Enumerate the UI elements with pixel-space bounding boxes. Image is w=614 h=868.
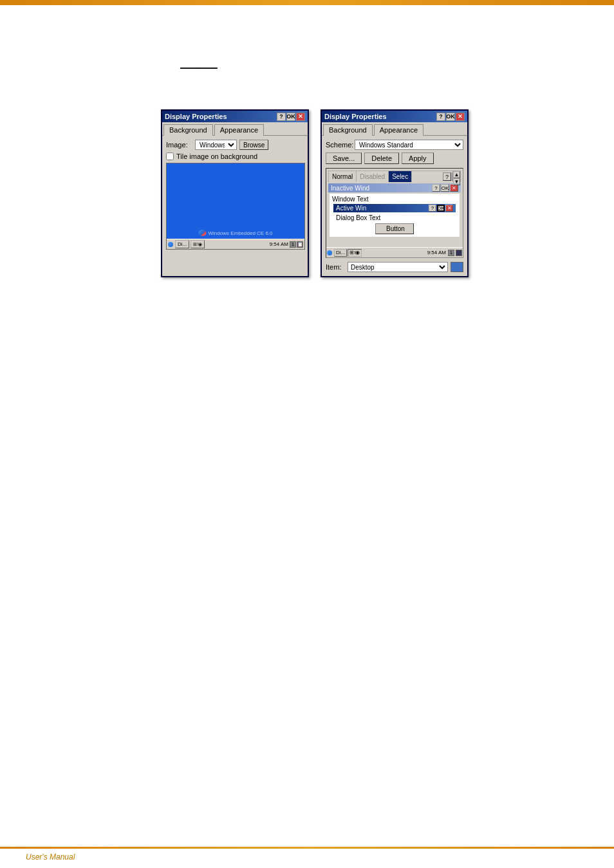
preview-tabs-row: Normal Disabled Selec ? ✕ ▲ xyxy=(328,171,461,182)
browse-button[interactable]: Browse xyxy=(239,140,268,150)
inactive-window-titlebar: Inactive Wind ? OK ✕ xyxy=(328,183,461,192)
scheme-row: Scheme: Windows Standard xyxy=(326,140,463,150)
right-taskbar-time: 9:54 AM xyxy=(427,250,446,255)
bottom-label: User's Manual xyxy=(26,853,75,862)
screenshots-container: Display Properties ? OK ✕ Background App… xyxy=(161,109,469,277)
taskbar-time: 9:54 AM xyxy=(270,241,288,247)
scroll-up-arrow: ▲ xyxy=(453,171,460,178)
color-swatch[interactable] xyxy=(451,262,463,272)
right-ok-button[interactable]: OK xyxy=(446,113,455,121)
right-tab-background[interactable]: Background xyxy=(323,124,373,136)
left-help-button[interactable]: ? xyxy=(277,113,286,121)
preview-tab-normal: Normal xyxy=(329,171,357,182)
window-text-label: Window Text xyxy=(332,196,369,203)
left-dialog-titlebar: Display Properties ? OK ✕ xyxy=(162,111,308,122)
right-dialog-content: Scheme: Windows Standard Save... Delete … xyxy=(322,136,467,276)
active-help-btn: ? xyxy=(429,205,436,212)
button-preview-row: Button xyxy=(332,223,457,234)
active-titlebar-buttons: ? OK ✕ xyxy=(429,205,453,212)
tile-checkbox[interactable] xyxy=(166,152,174,160)
right-help-button[interactable]: ? xyxy=(436,113,445,121)
apply-button[interactable]: Apply xyxy=(402,152,434,164)
action-buttons: Save... Delete Apply xyxy=(326,152,463,164)
dialog-box-row: Dialog Box Text xyxy=(333,214,457,222)
item-select[interactable]: Desktop xyxy=(348,262,448,272)
left-dialog-content: Image: WindowsCE Browse Tile image on ba… xyxy=(162,136,308,254)
left-dialog-tabs: Background Appearance xyxy=(162,122,308,136)
taskbar-item-icons: ⊞!◉ xyxy=(191,240,205,248)
right-tab-appearance[interactable]: Appearance xyxy=(374,124,423,136)
left-dialog-title: Display Properties xyxy=(165,113,277,120)
bottom-decorative-bar xyxy=(0,847,614,849)
scroll-down-arrow: ▼ xyxy=(453,178,460,185)
active-close-btn: ✕ xyxy=(445,205,453,212)
image-select[interactable]: WindowsCE xyxy=(195,140,237,150)
preview-button: Button xyxy=(375,223,414,234)
active-window-titlebar: Active Win ? OK ✕ xyxy=(333,204,456,212)
delete-button[interactable]: Delete xyxy=(364,152,399,164)
right-taskbar-item-icons: ⊞!◉ xyxy=(348,249,362,257)
right-dialog: Display Properties ? OK ✕ Background App… xyxy=(321,109,469,277)
left-close-button[interactable]: ✕ xyxy=(296,113,305,121)
right-dialog-tabs: Background Appearance xyxy=(322,122,467,136)
image-field-row: Image: WindowsCE Browse xyxy=(166,140,304,150)
active-ok-btn: OK xyxy=(437,205,445,212)
inactive-ok-btn: OK xyxy=(441,184,449,192)
desktop-preview: Windows Embedded CE 6.0 Di... ⊞!◉ 9:54 A… xyxy=(166,163,305,250)
right-start-icon xyxy=(327,250,332,255)
item-row: Item: Desktop xyxy=(326,262,463,272)
appearance-preview: Normal Disabled Selec ? ✕ ▲ xyxy=(326,168,463,258)
preview-logo: Windows Embedded CE 6.0 xyxy=(198,230,272,236)
tile-checkbox-row: Tile image on background xyxy=(166,152,304,160)
left-tab-background[interactable]: Background xyxy=(163,124,213,136)
taskbar-icon-1: 1 xyxy=(290,241,296,248)
image-label: Image: xyxy=(166,141,195,149)
scheme-label: Scheme: xyxy=(326,141,355,149)
scheme-select[interactable]: Windows Standard xyxy=(355,140,463,150)
item-label: Item: xyxy=(326,263,345,271)
window-text-area: Window Text Active Win ? OK ✕ Dialog Box… xyxy=(330,194,460,237)
preview-scrollbar: ▲ ▼ xyxy=(452,171,460,182)
right-taskbar-icon xyxy=(456,250,462,256)
right-taskbar-num: 1 xyxy=(448,250,454,256)
left-titlebar-buttons: ? OK ✕ xyxy=(277,113,305,121)
right-close-button[interactable]: ✕ xyxy=(456,113,465,121)
tile-label: Tile image on background xyxy=(176,152,257,160)
right-titlebar-buttons: ? OK ✕ xyxy=(436,113,465,121)
left-dialog: Display Properties ? OK ✕ Background App… xyxy=(161,109,309,277)
underline-text: ________ xyxy=(180,59,218,69)
left-ok-button[interactable]: OK xyxy=(286,113,295,121)
right-preview-taskbar: Di... ⊞!◉ 9:54 AM 1 xyxy=(326,247,463,257)
preview-tab-disabled: Disabled xyxy=(357,171,389,182)
taskbar-item-di: Di... xyxy=(175,240,189,248)
windows-logo-icon xyxy=(198,230,206,236)
top-decorative-bar xyxy=(0,0,614,5)
inactive-help-btn: ? xyxy=(432,184,440,192)
taskbar-start xyxy=(168,242,173,247)
right-taskbar-item-di: Di... xyxy=(334,249,347,257)
preview-taskbar: Di... ⊞!◉ 9:54 AM 1 📋 xyxy=(167,239,304,249)
preview-tab-selected: Selec xyxy=(389,171,412,182)
save-button[interactable]: Save... xyxy=(326,152,362,164)
taskbar-icon-2: 📋 xyxy=(297,241,303,248)
right-dialog-titlebar: Display Properties ? OK ✕ xyxy=(322,111,467,122)
left-tab-appearance[interactable]: Appearance xyxy=(214,124,264,136)
right-dialog-title: Display Properties xyxy=(324,113,436,120)
start-icon xyxy=(168,242,173,247)
preview-help-btn: ? xyxy=(443,172,451,181)
